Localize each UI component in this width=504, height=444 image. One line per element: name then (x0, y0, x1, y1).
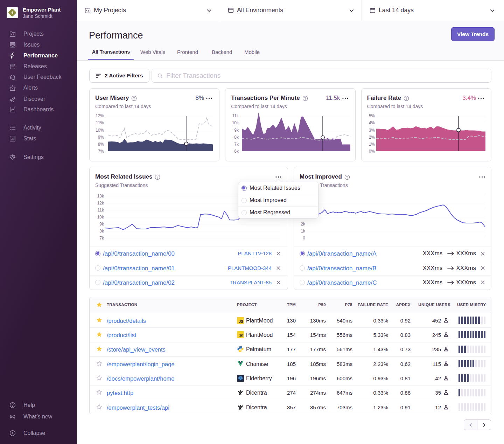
svg-text:5%: 5% (369, 113, 375, 118)
svg-text:11k: 11k (232, 113, 239, 118)
svg-text:7k: 7k (234, 142, 239, 147)
svg-text:JS: JS (239, 334, 243, 338)
svg-text:JS: JS (239, 319, 243, 324)
svg-text:11%: 11% (96, 120, 104, 125)
svg-text:2k: 2k (301, 222, 306, 227)
svg-text:7%: 7% (98, 149, 104, 154)
svg-text:1%: 1% (369, 142, 375, 147)
svg-text:4%: 4% (369, 120, 375, 125)
svg-text:12k: 12k (97, 201, 104, 206)
svg-text:9k: 9k (99, 222, 104, 227)
svg-text:11k: 11k (98, 208, 104, 213)
svg-text:0: 0 (303, 236, 305, 241)
svg-text:8k: 8k (99, 229, 104, 234)
svg-text:10k: 10k (97, 215, 104, 220)
svg-text:8%: 8% (98, 142, 104, 147)
svg-text:1k: 1k (301, 229, 306, 234)
svg-text:10%: 10% (96, 128, 104, 133)
svg-text:12%: 12% (96, 113, 104, 118)
svg-text:7k: 7k (99, 236, 104, 241)
svg-text:0%: 0% (369, 149, 375, 154)
svg-text:6k: 6k (234, 149, 239, 154)
svg-text:13k: 13k (97, 194, 104, 199)
svg-text:2%: 2% (369, 135, 375, 140)
svg-text:8k: 8k (234, 135, 239, 140)
svg-text:9%: 9% (98, 135, 104, 140)
svg-text:9k: 9k (234, 128, 239, 133)
svg-text:10k: 10k (232, 120, 239, 125)
svg-text:3%: 3% (369, 128, 375, 133)
